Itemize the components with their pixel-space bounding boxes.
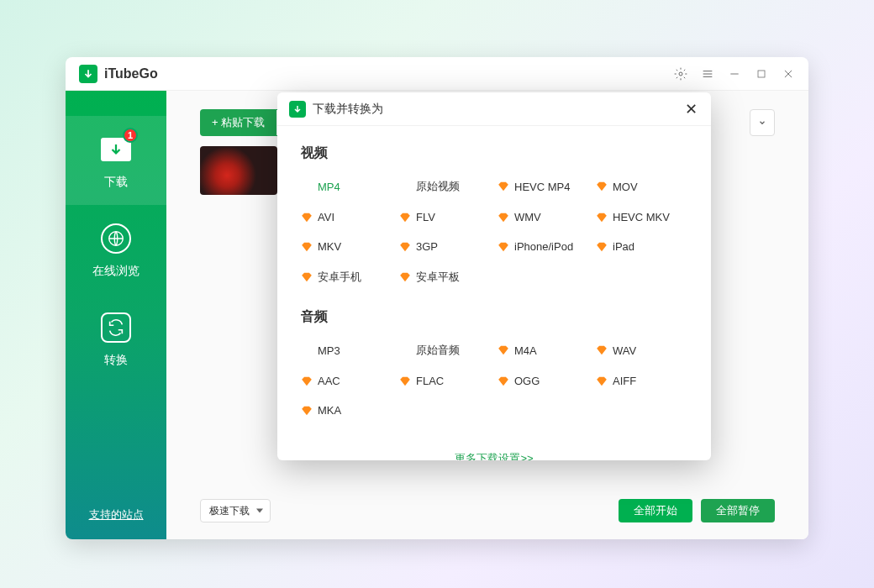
format-label: MKV: [318, 240, 341, 253]
modal-body: 视频 MP4原始视频HEVC MP4MOVAVIFLVWMVHEVC MKVMK…: [277, 126, 711, 460]
format-option[interactable]: WAV: [596, 339, 687, 361]
premium-diamond-icon: [399, 241, 411, 253]
convert-icon: [101, 312, 131, 343]
audio-format-grid: MP3原始音频M4AWAVAACFLACOGGAIFFMKA: [301, 339, 687, 420]
format-option[interactable]: WMV: [498, 207, 589, 227]
format-label: iPhone/iPod: [514, 240, 573, 253]
format-option[interactable]: AVI: [301, 207, 392, 227]
format-modal: 下载并转换为 ✕ 视频 MP4原始视频HEVC MP4MOVAVIFLVWMVH…: [277, 92, 711, 460]
format-label: OGG: [514, 375, 540, 387]
format-option[interactable]: 原始音频: [399, 339, 491, 361]
download-badge: 1: [123, 128, 138, 143]
format-label: FLV: [416, 211, 435, 223]
premium-diamond-icon: [498, 344, 509, 356]
video-format-grid: MP4原始视频HEVC MP4MOVAVIFLVWMVHEVC MKVMKV3G…: [301, 176, 687, 288]
pause-all-button[interactable]: 全部暂停: [701, 499, 775, 522]
format-label: MP4: [318, 181, 340, 193]
format-label: FLAC: [416, 375, 444, 387]
minimize-icon[interactable]: [728, 67, 741, 81]
supported-sites-link[interactable]: 支持的站点: [89, 507, 144, 522]
format-option[interactable]: iPad: [596, 237, 687, 256]
premium-diamond-icon: [498, 212, 509, 223]
close-icon[interactable]: [782, 67, 795, 81]
format-label: AIFF: [613, 375, 636, 387]
format-option[interactable]: HEVC MKV: [596, 207, 687, 227]
spacer: [399, 344, 411, 356]
format-option[interactable]: M4A: [498, 339, 589, 361]
sidebar-label-browse: 在线浏览: [92, 264, 140, 279]
premium-diamond-icon: [596, 241, 608, 253]
sidebar-label-download: 下载: [104, 175, 128, 190]
premium-diamond-icon: [301, 212, 313, 223]
format-option[interactable]: MKV: [301, 237, 392, 256]
app-title: iTubeGo: [104, 66, 674, 81]
format-option[interactable]: MP3: [301, 339, 392, 361]
audio-section-title: 音频: [301, 308, 687, 326]
format-label: MOV: [613, 181, 638, 193]
video-thumbnail[interactable]: [200, 146, 277, 195]
modal-title: 下载并转换为: [313, 102, 682, 117]
sidebar-item-browse[interactable]: 在线浏览: [66, 205, 166, 294]
title-bar: iTubeGo: [66, 57, 808, 91]
format-label: AAC: [318, 375, 340, 387]
more-settings-link[interactable]: 更多下载设置>>: [455, 452, 533, 460]
svg-point-0: [679, 72, 682, 76]
spacer: [301, 181, 313, 192]
format-option[interactable]: MOV: [596, 176, 687, 197]
paste-download-button[interactable]: + 粘贴下载: [200, 109, 276, 136]
format-label: M4A: [514, 344, 537, 357]
format-label: WAV: [613, 344, 636, 357]
premium-diamond-icon: [596, 212, 608, 223]
modal-close-button[interactable]: ✕: [682, 101, 699, 118]
format-label: HEVC MP4: [514, 181, 570, 193]
premium-diamond-icon: [301, 241, 313, 253]
svg-rect-5: [758, 71, 765, 77]
sidebar-label-convert: 转换: [104, 353, 128, 368]
maximize-icon[interactable]: [755, 67, 768, 81]
format-label: 原始视频: [416, 179, 460, 194]
sidebar-item-convert[interactable]: 转换: [66, 294, 166, 383]
format-option[interactable]: AAC: [301, 371, 392, 391]
premium-diamond-icon: [596, 344, 608, 356]
format-label: 安卓平板: [416, 270, 460, 285]
spacer: [399, 181, 411, 192]
premium-diamond-icon: [301, 405, 313, 417]
format-option[interactable]: OGG: [498, 371, 589, 391]
format-option[interactable]: FLV: [399, 207, 491, 227]
start-all-button[interactable]: 全部开始: [619, 499, 692, 522]
format-label: MP3: [318, 344, 340, 357]
speed-select[interactable]: 极速下载: [200, 499, 271, 522]
format-option[interactable]: 原始视频: [399, 176, 491, 197]
premium-diamond-icon: [301, 375, 313, 387]
settings-icon[interactable]: [674, 67, 687, 81]
format-label: 原始音频: [416, 343, 460, 358]
format-option[interactable]: 安卓手机: [301, 266, 392, 288]
bottom-bar: 极速下载 全部开始 全部暂停: [200, 499, 775, 522]
format-option[interactable]: HEVC MP4: [498, 176, 589, 197]
format-label: 3GP: [416, 240, 438, 253]
spacer: [301, 344, 313, 356]
premium-diamond-icon: [498, 375, 509, 387]
sidebar-item-download[interactable]: 1 下载: [66, 116, 166, 205]
globe-icon: [101, 223, 131, 254]
format-option[interactable]: MKA: [301, 401, 392, 420]
premium-diamond-icon: [498, 241, 509, 253]
premium-diamond-icon: [301, 271, 313, 283]
format-label: AVI: [318, 211, 334, 223]
format-label: 安卓手机: [318, 270, 361, 285]
premium-diamond-icon: [498, 181, 509, 192]
modal-footer: 更多下载设置>>: [301, 440, 687, 460]
modal-logo: [289, 101, 306, 118]
format-label: iPad: [613, 240, 634, 253]
sidebar: 1 下载 在线浏览 转换 支持的站点: [66, 91, 166, 539]
format-option[interactable]: FLAC: [399, 371, 491, 391]
format-option[interactable]: 3GP: [399, 237, 491, 256]
format-option[interactable]: 安卓平板: [399, 266, 491, 288]
format-option[interactable]: AIFF: [596, 371, 687, 391]
premium-diamond-icon: [596, 181, 608, 192]
right-dropdown[interactable]: [750, 109, 775, 136]
video-section-title: 视频: [301, 144, 687, 162]
format-option[interactable]: MP4: [301, 176, 392, 197]
menu-icon[interactable]: [701, 67, 714, 81]
format-option[interactable]: iPhone/iPod: [498, 237, 589, 256]
